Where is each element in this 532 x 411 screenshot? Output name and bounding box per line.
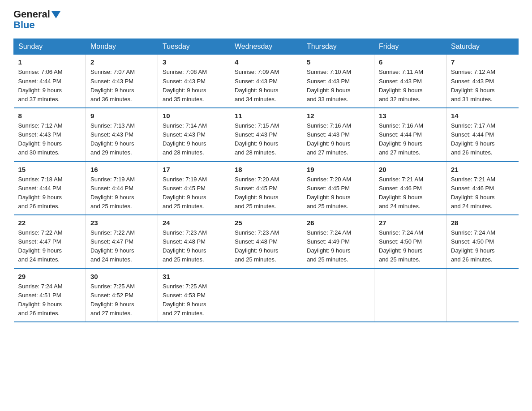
day-info: Sunrise: 7:10 AMSunset: 4:43 PMDaylight:… <box>307 68 369 104</box>
page-header: General Blue <box>13 9 519 30</box>
day-number: 31 <box>163 273 225 280</box>
day-number: 6 <box>379 58 442 66</box>
calendar-cell: 13Sunrise: 7:16 AMSunset: 4:44 PMDayligh… <box>374 108 446 162</box>
day-number: 24 <box>163 219 225 227</box>
day-info: Sunrise: 7:15 AMSunset: 4:43 PMDaylight:… <box>235 121 297 158</box>
calendar-cell <box>446 269 519 322</box>
header-thursday: Thursday <box>302 39 374 55</box>
day-info: Sunrise: 7:20 AMSunset: 4:45 PMDaylight:… <box>307 175 369 211</box>
calendar-cell <box>230 269 302 322</box>
day-number: 8 <box>18 112 82 120</box>
calendar-cell: 8Sunrise: 7:12 AMSunset: 4:43 PMDaylight… <box>14 108 86 162</box>
day-info: Sunrise: 7:21 AMSunset: 4:46 PMDaylight:… <box>451 175 514 211</box>
day-number: 11 <box>235 112 297 120</box>
calendar-cell: 16Sunrise: 7:19 AMSunset: 4:44 PMDayligh… <box>86 162 158 215</box>
day-info: Sunrise: 7:06 AMSunset: 4:44 PMDaylight:… <box>18 68 82 104</box>
calendar-cell: 28Sunrise: 7:24 AMSunset: 4:50 PMDayligh… <box>446 215 519 269</box>
week-row-3: 15Sunrise: 7:18 AMSunset: 4:44 PMDayligh… <box>14 162 519 215</box>
day-number: 25 <box>235 219 297 227</box>
day-info: Sunrise: 7:07 AMSunset: 4:43 PMDaylight:… <box>90 68 153 104</box>
calendar-cell: 14Sunrise: 7:17 AMSunset: 4:44 PMDayligh… <box>446 108 519 162</box>
day-info: Sunrise: 7:23 AMSunset: 4:48 PMDaylight:… <box>163 228 225 265</box>
header-sunday: Sunday <box>14 39 86 55</box>
calendar-cell: 31Sunrise: 7:25 AMSunset: 4:53 PMDayligh… <box>158 269 230 322</box>
calendar-cell: 18Sunrise: 7:20 AMSunset: 4:45 PMDayligh… <box>230 162 302 215</box>
calendar-cell: 12Sunrise: 7:16 AMSunset: 4:43 PMDayligh… <box>302 108 374 162</box>
day-number: 19 <box>307 166 369 173</box>
calendar-cell: 22Sunrise: 7:22 AMSunset: 4:47 PMDayligh… <box>14 215 86 269</box>
day-number: 16 <box>90 166 153 173</box>
day-number: 15 <box>18 166 82 173</box>
calendar-cell: 6Sunrise: 7:11 AMSunset: 4:43 PMDaylight… <box>374 55 446 108</box>
calendar-cell: 10Sunrise: 7:14 AMSunset: 4:43 PMDayligh… <box>158 108 230 162</box>
day-info: Sunrise: 7:08 AMSunset: 4:43 PMDaylight:… <box>163 68 225 104</box>
day-number: 28 <box>451 219 514 227</box>
calendar-cell: 24Sunrise: 7:23 AMSunset: 4:48 PMDayligh… <box>158 215 230 269</box>
calendar-cell: 19Sunrise: 7:20 AMSunset: 4:45 PMDayligh… <box>302 162 374 215</box>
week-row-1: 1Sunrise: 7:06 AMSunset: 4:44 PMDaylight… <box>14 55 519 108</box>
day-info: Sunrise: 7:25 AMSunset: 4:52 PMDaylight:… <box>90 282 153 318</box>
day-info: Sunrise: 7:13 AMSunset: 4:43 PMDaylight:… <box>90 121 153 158</box>
day-number: 26 <box>307 219 369 227</box>
day-info: Sunrise: 7:22 AMSunset: 4:47 PMDaylight:… <box>90 228 153 265</box>
day-info: Sunrise: 7:19 AMSunset: 4:44 PMDaylight:… <box>90 175 153 211</box>
calendar-cell: 3Sunrise: 7:08 AMSunset: 4:43 PMDaylight… <box>158 55 230 108</box>
day-number: 14 <box>451 112 514 120</box>
header-wednesday: Wednesday <box>230 39 302 55</box>
day-number: 30 <box>90 273 153 280</box>
calendar-cell: 23Sunrise: 7:22 AMSunset: 4:47 PMDayligh… <box>86 215 158 269</box>
day-info: Sunrise: 7:14 AMSunset: 4:43 PMDaylight:… <box>163 121 225 158</box>
calendar-cell: 2Sunrise: 7:07 AMSunset: 4:43 PMDaylight… <box>86 55 158 108</box>
day-info: Sunrise: 7:12 AMSunset: 4:43 PMDaylight:… <box>451 68 514 104</box>
day-info: Sunrise: 7:24 AMSunset: 4:49 PMDaylight:… <box>307 228 369 265</box>
calendar-cell: 9Sunrise: 7:13 AMSunset: 4:43 PMDaylight… <box>86 108 158 162</box>
day-number: 17 <box>163 166 225 173</box>
day-info: Sunrise: 7:24 AMSunset: 4:50 PMDaylight:… <box>451 228 514 265</box>
calendar-body: 1Sunrise: 7:06 AMSunset: 4:44 PMDaylight… <box>14 55 519 322</box>
day-info: Sunrise: 7:24 AMSunset: 4:50 PMDaylight:… <box>379 228 442 265</box>
week-row-2: 8Sunrise: 7:12 AMSunset: 4:43 PMDaylight… <box>14 108 519 162</box>
day-number: 7 <box>451 58 514 66</box>
day-number: 21 <box>451 166 514 173</box>
calendar-header: SundayMondayTuesdayWednesdayThursdayFrid… <box>14 39 519 55</box>
calendar-cell: 29Sunrise: 7:24 AMSunset: 4:51 PMDayligh… <box>14 269 86 322</box>
day-info: Sunrise: 7:20 AMSunset: 4:45 PMDaylight:… <box>235 175 297 211</box>
calendar-cell: 7Sunrise: 7:12 AMSunset: 4:43 PMDaylight… <box>446 55 519 108</box>
calendar-cell: 20Sunrise: 7:21 AMSunset: 4:46 PMDayligh… <box>374 162 446 215</box>
calendar-cell: 1Sunrise: 7:06 AMSunset: 4:44 PMDaylight… <box>14 55 86 108</box>
calendar-cell: 21Sunrise: 7:21 AMSunset: 4:46 PMDayligh… <box>446 162 519 215</box>
header-friday: Friday <box>374 39 446 55</box>
logo-triangle-icon <box>51 11 60 18</box>
day-number: 20 <box>379 166 442 173</box>
day-info: Sunrise: 7:22 AMSunset: 4:47 PMDaylight:… <box>18 228 82 265</box>
day-number: 9 <box>90 112 153 120</box>
day-info: Sunrise: 7:24 AMSunset: 4:51 PMDaylight:… <box>18 282 82 318</box>
calendar-cell: 27Sunrise: 7:24 AMSunset: 4:50 PMDayligh… <box>374 215 446 269</box>
calendar-cell: 11Sunrise: 7:15 AMSunset: 4:43 PMDayligh… <box>230 108 302 162</box>
day-number: 13 <box>379 112 442 120</box>
day-info: Sunrise: 7:23 AMSunset: 4:48 PMDaylight:… <box>235 228 297 265</box>
header-tuesday: Tuesday <box>158 39 230 55</box>
day-info: Sunrise: 7:09 AMSunset: 4:43 PMDaylight:… <box>235 68 297 104</box>
calendar-cell <box>302 269 374 322</box>
day-info: Sunrise: 7:16 AMSunset: 4:43 PMDaylight:… <box>307 121 369 158</box>
header-row: SundayMondayTuesdayWednesdayThursdayFrid… <box>14 39 519 55</box>
day-number: 3 <box>163 58 225 66</box>
calendar-cell <box>374 269 446 322</box>
day-info: Sunrise: 7:25 AMSunset: 4:53 PMDaylight:… <box>163 282 225 318</box>
day-info: Sunrise: 7:17 AMSunset: 4:44 PMDaylight:… <box>451 121 514 158</box>
calendar-cell: 4Sunrise: 7:09 AMSunset: 4:43 PMDaylight… <box>230 55 302 108</box>
day-number: 18 <box>235 166 297 173</box>
logo-blue: Blue <box>13 20 60 30</box>
calendar-cell: 25Sunrise: 7:23 AMSunset: 4:48 PMDayligh… <box>230 215 302 269</box>
day-number: 4 <box>235 58 297 66</box>
day-info: Sunrise: 7:11 AMSunset: 4:43 PMDaylight:… <box>379 68 442 104</box>
day-number: 12 <box>307 112 369 120</box>
logo: General Blue <box>13 9 60 30</box>
day-number: 22 <box>18 219 82 227</box>
header-saturday: Saturday <box>446 39 519 55</box>
header-monday: Monday <box>86 39 158 55</box>
calendar-cell: 15Sunrise: 7:18 AMSunset: 4:44 PMDayligh… <box>14 162 86 215</box>
day-number: 23 <box>90 219 153 227</box>
day-number: 5 <box>307 58 369 66</box>
